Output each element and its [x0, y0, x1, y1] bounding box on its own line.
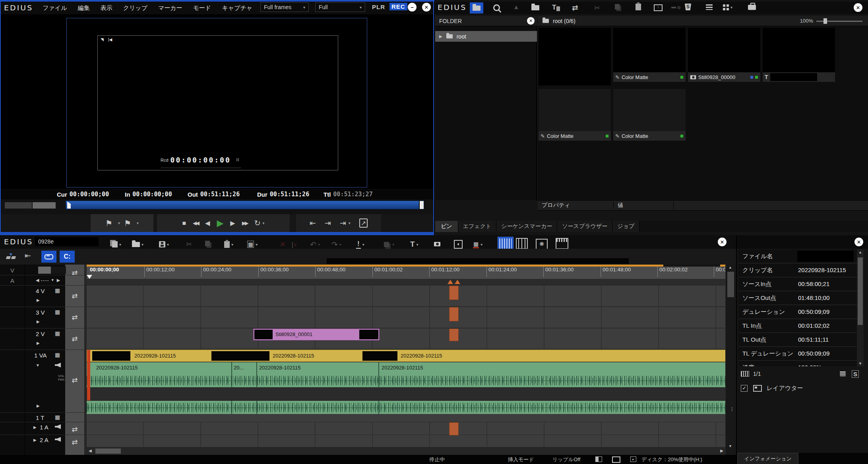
sync-lock-icon[interactable]: ⇄ [68, 268, 81, 278]
clip-label-bar[interactable]: ✎ Color Matte [613, 131, 686, 141]
snapshot-button[interactable] [434, 241, 454, 248]
prev-frame-button[interactable]: ◀ [205, 219, 210, 227]
chevron-down-icon[interactable]: ▾ [349, 221, 351, 225]
fullscreen-preview-icon[interactable] [612, 456, 620, 463]
delete-button[interactable]: ✕ [273, 240, 292, 249]
title-button[interactable]: T▾ [410, 240, 434, 249]
tree-expand-icon[interactable]: ▶ [439, 34, 442, 39]
track-label-2a[interactable]: 2 A [40, 437, 48, 443]
play-button[interactable]: ▶ [217, 218, 223, 228]
loop-button[interactable]: ↻ [254, 218, 261, 228]
scroll-thumb[interactable] [858, 257, 863, 325]
export-button[interactable]: ▦▾ [473, 241, 498, 248]
info-close-button[interactable]: ✕ [854, 238, 863, 246]
playhead-marker[interactable] [67, 201, 71, 209]
menu-marker[interactable]: マーカー [158, 4, 182, 12]
list-icon[interactable] [840, 371, 845, 376]
video-clip-1va[interactable]: 20220928-102115 20220928-102115 20220928… [87, 350, 725, 362]
menu-file[interactable]: ファイル [43, 4, 67, 12]
toolbox-button[interactable] [748, 5, 756, 10]
table-row[interactable]: TL Out点 00:51:11;11 [738, 333, 857, 347]
collapse-track-icon[interactable]: ▼ [36, 363, 40, 367]
track-label-1a[interactable]: 1 A [40, 424, 48, 431]
jog-box[interactable] [33, 202, 56, 209]
sync-link-mode-button[interactable] [41, 251, 56, 263]
tab-bin[interactable]: ビン [435, 221, 458, 232]
sequence-marker-in[interactable] [448, 280, 453, 284]
clip-label-bar[interactable]: T [763, 72, 835, 82]
list-view-button[interactable] [706, 4, 713, 10]
seek-bar[interactable] [66, 201, 424, 209]
clip-thumbnail[interactable] [539, 28, 611, 85]
video-patch-box[interactable] [38, 267, 66, 274]
rec-button[interactable]: REC [389, 3, 407, 10]
recycle-icon[interactable]: S [852, 370, 859, 378]
expand-track-icon[interactable]: ▶ [33, 438, 37, 442]
track-label-3v[interactable]: 3 V [36, 309, 45, 316]
orange-clip-2v[interactable] [449, 329, 459, 341]
timeline-playhead[interactable] [87, 275, 92, 279]
table-row[interactable]: TL In点 00:01:02;02 [738, 319, 857, 333]
bin-view-button[interactable] [470, 2, 483, 14]
track-height-button[interactable]: ⇤ [25, 251, 31, 260]
clip-label-bar[interactable]: ✎ Color Matte [613, 72, 686, 82]
duplicate-clip-button[interactable]: ▦▾ [247, 241, 273, 248]
menu-edit[interactable]: 編集 [78, 4, 90, 12]
chevron-down-icon[interactable]: ▼ [51, 278, 54, 282]
add-title-button[interactable]: T [552, 4, 560, 12]
copy-button[interactable] [615, 4, 620, 10]
still-clip[interactable]: Still0928_00001 [253, 329, 380, 340]
clip-thumbnail[interactable] [539, 89, 611, 131]
send-to-player-button[interactable]: ↑ [654, 4, 663, 11]
menu-capture[interactable]: キャプチャ [222, 4, 252, 12]
vscroll-thumb[interactable] [727, 272, 734, 297]
properties-scrollbar[interactable]: ▲ ▼ [857, 249, 864, 366]
track-2v-lane[interactable] [87, 329, 725, 349]
set-out-marker-icon[interactable]: ⚑ [124, 218, 131, 228]
effects-button[interactable]: ❋ [536, 239, 556, 250]
sync-lock-icon[interactable]: ⇄ [68, 375, 81, 385]
track-1t-lane[interactable] [87, 414, 725, 422]
paste-button[interactable] [636, 4, 641, 10]
tab-jobs[interactable]: ジョブ [612, 221, 639, 232]
expand-track-icon[interactable]: ▶ [37, 298, 40, 302]
clip-label-bar[interactable]: Still0928_00000 [688, 72, 760, 82]
orange-clip-3v[interactable] [449, 307, 459, 321]
table-row[interactable]: ソースOut点 01:48:10;00 [738, 291, 857, 305]
edit-mode[interactable]: 挿入モード [508, 456, 534, 463]
slider-thumb[interactable] [823, 18, 827, 24]
scroll-up-icon[interactable]: ▲ [728, 265, 732, 269]
save-button[interactable]: ▾ [159, 241, 186, 247]
tab-information[interactable]: インフォメーション [737, 453, 798, 464]
chevron-down-icon[interactable]: ▾ [118, 221, 120, 225]
table-row[interactable]: デュレーション 00:50:09;09 [738, 305, 857, 319]
cut-button[interactable]: ✂ [594, 4, 600, 12]
audio-waveform-right[interactable] [87, 401, 725, 414]
track-3v-lane[interactable] [87, 307, 725, 328]
copy-button[interactable] [205, 241, 224, 248]
paste-button[interactable]: ▾ [224, 241, 247, 248]
audio-waveform-left[interactable] [87, 374, 725, 387]
sync-lock-icon[interactable]: ⇄ [68, 334, 81, 344]
replace-clip-button[interactable]: ⇄ [572, 3, 578, 12]
frame-rate-dropdown[interactable]: Full frames▾ [260, 2, 309, 12]
open-folder-button[interactable] [531, 5, 539, 10]
clip-thumbnail[interactable] [763, 28, 835, 72]
clip-edit-mode-button[interactable]: C: [60, 251, 75, 263]
hscroll-thumb[interactable] [95, 449, 121, 454]
tree-item-root[interactable]: ▶ root [435, 31, 537, 42]
upload-button[interactable]: ▲ [513, 4, 519, 11]
goto-in-button[interactable]: ⇤ [310, 218, 316, 228]
add-to-timeline-button[interactable]: ⊕ [671, 5, 681, 10]
audio-patch-selector[interactable]: ◀ ---- ▼ ▶ [36, 276, 68, 284]
expand-track-icon[interactable]: ▶ [37, 404, 40, 408]
clip-thumbnail[interactable] [613, 28, 686, 72]
expand-track-icon[interactable]: ▶ [37, 319, 40, 324]
expand-track-icon[interactable]: ▶ [37, 341, 40, 345]
timeline-close-button[interactable]: ✕ [718, 238, 727, 246]
folder-panel-close-button[interactable]: ✕ [527, 17, 535, 25]
layouter-checkbox[interactable]: ✓ [741, 385, 748, 392]
menu-view[interactable]: 表示 [101, 4, 112, 12]
layouter-row[interactable]: ✓ レイアウター [738, 383, 864, 393]
set-in-marker-icon[interactable]: ⚑ [105, 218, 112, 228]
